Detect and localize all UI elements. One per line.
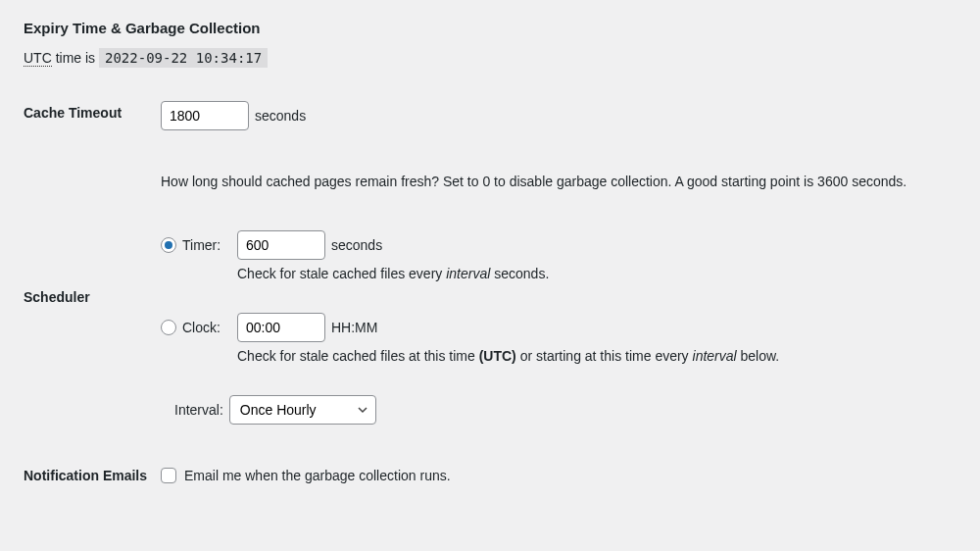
- scheduler-timer-unit: seconds: [331, 237, 382, 253]
- scheduler-interval-select[interactable]: Once Hourly: [229, 395, 376, 425]
- cache-timeout-unit: seconds: [255, 108, 306, 124]
- cache-timeout-description: How long should cached pages remain fres…: [161, 172, 956, 191]
- scheduler-label: Scheduler: [24, 201, 161, 434]
- utc-label: UTC: [24, 50, 52, 67]
- scheduler-timer-hint: Check for stale cached files every inter…: [237, 266, 956, 281]
- scheduler-interval-label: Interval:: [174, 402, 223, 418]
- notification-email-checkbox-label: Email me when the garbage collection run…: [184, 468, 451, 483]
- scheduler-timer-input[interactable]: [237, 230, 325, 260]
- scheduler-clock-unit: HH:MM: [331, 320, 377, 335]
- scheduler-timer-radio[interactable]: [161, 237, 176, 253]
- scheduler-clock-radio[interactable]: [161, 320, 176, 335]
- scheduler-clock-label: Clock:: [182, 320, 220, 335]
- notification-emails-label: Notification Emails: [24, 434, 161, 497]
- cache-timeout-input[interactable]: [161, 101, 249, 130]
- scheduler-clock-input[interactable]: [237, 313, 325, 342]
- utc-time-line: UTC time is 2022-09-22 10:34:17: [24, 50, 956, 66]
- section-heading: Expiry Time & Garbage Collection: [24, 20, 956, 36]
- scheduler-clock-hint: Check for stale cached files at this tim…: [237, 348, 956, 364]
- cache-timeout-label: Cache Timeout: [24, 91, 161, 201]
- scheduler-timer-label: Timer:: [182, 237, 220, 253]
- utc-timestamp: 2022-09-22 10:34:17: [99, 48, 268, 68]
- notification-email-checkbox[interactable]: [161, 468, 176, 483]
- utc-time-is: time is: [52, 50, 99, 66]
